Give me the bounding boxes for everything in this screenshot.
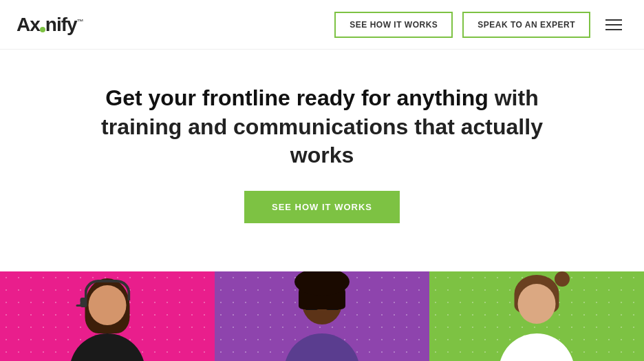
see-how-it-works-button[interactable]: SEE HOW IT WORKS [334, 12, 453, 38]
person1-head [89, 285, 127, 325]
person3-bun [555, 271, 570, 287]
hero-cta-button[interactable]: SEE HOW IT WORKS [244, 191, 400, 223]
person-panel-2 [215, 271, 429, 361]
person-panel-1 [0, 271, 215, 361]
logo: Axnify™ [17, 14, 83, 36]
person3-body [499, 333, 575, 361]
person3-head [518, 284, 556, 324]
person2-hair [299, 275, 345, 309]
hero-title-bold: Get your frontline ready for anything [105, 85, 489, 110]
logo-dot-icon [40, 27, 45, 32]
person-figure-3 [475, 271, 599, 361]
speak-to-expert-button[interactable]: SPEAK TO AN EXPERT [462, 12, 590, 38]
person-figure-2 [260, 271, 384, 361]
person-figure-1 [45, 271, 169, 361]
menu-button[interactable] [600, 14, 627, 36]
people-section [0, 271, 644, 361]
person1-body [69, 333, 145, 361]
header-nav: SEE HOW IT WORKS SPEAK TO AN EXPERT [334, 12, 627, 38]
hamburger-icon [605, 24, 622, 25]
person2-body [284, 333, 360, 361]
header: Axnify™ SEE HOW IT WORKS SPEAK TO AN EXP… [0, 0, 644, 50]
hamburger-icon [605, 29, 622, 30]
logo-trademark: ™ [77, 17, 83, 25]
hero-title: Get your frontline ready for anything wi… [81, 84, 563, 170]
logo-text: Axnify™ [17, 14, 83, 36]
hamburger-icon [605, 19, 622, 21]
person-panel-3 [429, 271, 644, 361]
hero-section: Get your frontline ready for anything wi… [0, 50, 644, 271]
